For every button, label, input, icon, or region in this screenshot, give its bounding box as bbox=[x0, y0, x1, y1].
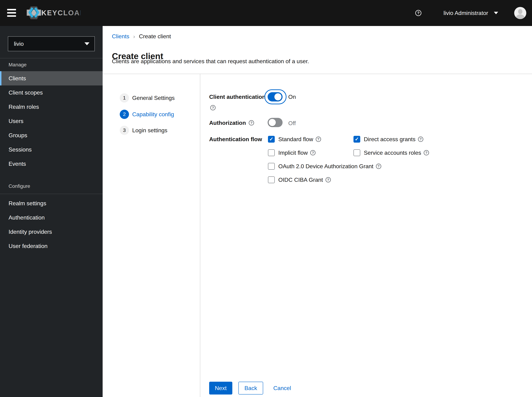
sidebar-item-sessions[interactable]: Sessions bbox=[0, 143, 103, 157]
chevron-down-icon bbox=[494, 12, 498, 14]
sidebar-item-realm-roles[interactable]: Realm roles bbox=[0, 100, 103, 114]
step-number: 1 bbox=[120, 93, 129, 103]
sidebar-item-groups[interactable]: Groups bbox=[0, 128, 103, 143]
sidebar-item-events[interactable]: Events bbox=[0, 157, 103, 171]
checkbox-unchecked-icon[interactable] bbox=[268, 163, 275, 170]
nav-section-configure: Configure bbox=[0, 183, 103, 189]
option-label: OIDC CIBA Grant bbox=[278, 177, 323, 183]
user-menu-label: livio Administrator bbox=[443, 10, 488, 16]
sidebar: livio Manage Clients Client scopes Realm… bbox=[0, 26, 103, 397]
sidebar-item-identity-providers[interactable]: Identity providers bbox=[0, 225, 103, 239]
authorization-state: Off bbox=[288, 120, 296, 126]
masthead: KEYCLOAK livio Administrator bbox=[0, 0, 532, 26]
client-authentication-help-icon[interactable] bbox=[210, 105, 215, 110]
breadcrumb-clients-link[interactable]: Clients bbox=[112, 33, 129, 40]
option-oidc-ciba-grant[interactable]: OIDC CIBA Grant bbox=[268, 176, 331, 183]
client-authentication-toggle[interactable] bbox=[268, 92, 283, 101]
main-content: Clients › Create client Create client Cl… bbox=[103, 26, 532, 397]
sidebar-divider bbox=[0, 58, 103, 58]
wizard-step-capability-config[interactable]: 2 Capability config bbox=[120, 110, 174, 119]
help-icon[interactable] bbox=[415, 10, 421, 16]
sidebar-item-user-federation[interactable]: User federation bbox=[0, 239, 103, 253]
option-standard-flow[interactable]: Standard flow bbox=[268, 136, 321, 143]
sidebar-divider bbox=[0, 194, 103, 194]
authorization-toggle[interactable] bbox=[268, 118, 283, 127]
sidebar-item-clients[interactable]: Clients bbox=[0, 71, 103, 86]
oidc-ciba-grant-help-icon[interactable] bbox=[325, 177, 331, 182]
nav-section-manage: Manage bbox=[0, 62, 103, 68]
back-button[interactable]: Back bbox=[238, 382, 263, 395]
avatar[interactable] bbox=[514, 7, 526, 19]
masthead-toolbar: livio Administrator bbox=[415, 0, 532, 26]
option-direct-access-grants[interactable]: Direct access grants bbox=[354, 136, 423, 143]
option-label: Implicit flow bbox=[278, 149, 308, 156]
standard-flow-help-icon[interactable] bbox=[316, 136, 321, 142]
sidebar-item-realm-settings[interactable]: Realm settings bbox=[0, 196, 103, 211]
nav-list-configure: Realm settings Authentication Identity p… bbox=[0, 196, 103, 253]
authorization-help-icon[interactable] bbox=[249, 120, 254, 125]
checkbox-unchecked-icon[interactable] bbox=[268, 149, 275, 156]
client-authentication-label: Client authentication bbox=[209, 94, 266, 100]
wizard-step-general-settings[interactable]: 1 General Settings bbox=[120, 93, 175, 103]
toggle-knob bbox=[269, 119, 276, 126]
authorization-label: Authorization bbox=[209, 120, 246, 126]
toggle-knob bbox=[274, 93, 281, 100]
option-implicit-flow[interactable]: Implicit flow bbox=[268, 149, 316, 156]
breadcrumb-chevron-icon: › bbox=[133, 33, 135, 39]
step-label: Login settings bbox=[132, 127, 167, 134]
keycloak-logo[interactable]: KEYCLOAK bbox=[26, 6, 81, 20]
checkbox-checked-icon[interactable] bbox=[268, 136, 275, 143]
step-number: 3 bbox=[120, 126, 129, 135]
keycloak-admin-console: KEYCLOAK livio Administrator livio Manag… bbox=[0, 0, 532, 397]
checkbox-unchecked-icon[interactable] bbox=[354, 149, 360, 156]
user-menu[interactable]: livio Administrator bbox=[443, 10, 498, 16]
client-authentication-state: On bbox=[288, 94, 296, 100]
realm-selector[interactable]: livio bbox=[8, 36, 95, 51]
authentication-flow-label: Authentication flow bbox=[209, 136, 262, 143]
service-accounts-roles-help-icon[interactable] bbox=[424, 150, 429, 155]
implicit-flow-help-icon[interactable] bbox=[310, 150, 316, 155]
step-number: 2 bbox=[120, 110, 129, 119]
step-label: General Settings bbox=[132, 95, 175, 101]
cancel-link[interactable]: Cancel bbox=[273, 385, 291, 391]
oauth-device-grant-help-icon[interactable] bbox=[376, 164, 381, 169]
sidebar-item-authentication[interactable]: Authentication bbox=[0, 211, 103, 225]
sidebar-item-client-scopes[interactable]: Client scopes bbox=[0, 86, 103, 100]
option-label: Standard flow bbox=[278, 136, 313, 143]
authorization-label-row: Authorization bbox=[209, 120, 254, 126]
breadcrumb-current: Create client bbox=[139, 33, 171, 40]
option-oauth-device-grant[interactable]: OAuth 2.0 Device Authorization Grant bbox=[268, 163, 381, 170]
wizard-step-login-settings[interactable]: 3 Login settings bbox=[120, 126, 167, 135]
header-divider bbox=[103, 74, 532, 74]
realm-selector-value: livio bbox=[14, 41, 24, 47]
nav-list-manage: Clients Client scopes Realm roles Users … bbox=[0, 71, 103, 171]
step-label: Capability config bbox=[132, 111, 174, 118]
breadcrumb: Clients › Create client bbox=[112, 33, 171, 40]
option-service-accounts-roles[interactable]: Service accounts roles bbox=[354, 149, 429, 156]
direct-access-grants-help-icon[interactable] bbox=[418, 136, 423, 142]
option-label: Service accounts roles bbox=[364, 149, 421, 156]
chevron-down-icon bbox=[84, 42, 89, 45]
page-description: Clients are applications and services th… bbox=[112, 58, 309, 65]
option-label: Direct access grants bbox=[364, 136, 416, 143]
nav-toggle-icon[interactable] bbox=[7, 9, 16, 17]
brand-text: KEYCLOAK bbox=[41, 9, 81, 17]
option-label: OAuth 2.0 Device Authorization Grant bbox=[278, 163, 374, 170]
next-button[interactable]: Next bbox=[209, 382, 232, 395]
checkbox-unchecked-icon[interactable] bbox=[268, 176, 275, 183]
wizard-nav-divider bbox=[200, 74, 200, 397]
checkbox-checked-icon[interactable] bbox=[354, 136, 360, 143]
sidebar-item-users[interactable]: Users bbox=[0, 114, 103, 128]
